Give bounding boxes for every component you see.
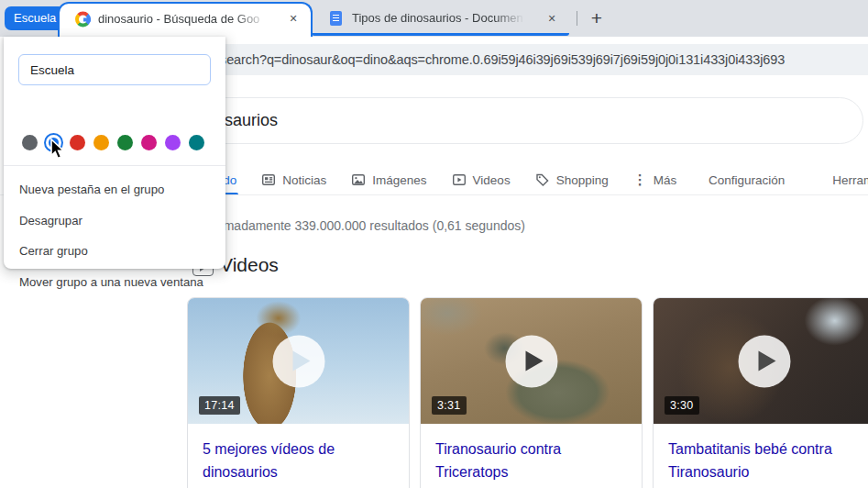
videos-section-heading: Videos <box>220 254 279 276</box>
group-name-input[interactable] <box>18 54 211 85</box>
mouse-cursor <box>48 139 65 160</box>
video-card[interactable]: 3:31 Tiranosaurio contra Triceratops <box>420 297 643 488</box>
color-option-pink[interactable] <box>139 133 159 152</box>
google-docs-icon <box>330 11 342 26</box>
nav-tab-shopping[interactable]: Shopping <box>535 169 609 191</box>
video-title-link[interactable]: Tiranosaurio contra Triceratops <box>421 424 642 483</box>
close-icon[interactable]: ✕ <box>544 10 560 27</box>
close-icon[interactable]: ✕ <box>285 10 302 27</box>
menu-item-desagrupar[interactable]: Desagrupar <box>4 205 225 237</box>
play-icon[interactable] <box>505 335 557 387</box>
play-triangle <box>525 350 543 371</box>
nav-label: Shopping <box>556 173 609 187</box>
tab-dinosaurio[interactable]: dinosaurio - Búsqueda de Goo ✕ <box>58 2 313 39</box>
nav-label: Más <box>654 173 677 187</box>
nav-label: Videos <box>473 173 511 187</box>
tab-group-menu: Nueva pestaña en el grupo Desagrupar Cer… <box>4 37 225 269</box>
google-g-icon <box>75 12 91 28</box>
news-icon <box>261 172 276 187</box>
video-icon <box>452 172 467 187</box>
video-thumbnail[interactable]: 17:14 <box>188 298 409 424</box>
color-option-red[interactable] <box>68 133 87 152</box>
color-option-purple[interactable] <box>163 133 182 152</box>
video-cards-row: 17:14 5 mejores vídeos de dinosaurios 3:… <box>187 297 868 488</box>
more-vert-icon: ⋮ <box>633 172 647 188</box>
color-option-green[interactable] <box>115 133 135 152</box>
new-tab-button[interactable]: + <box>585 6 609 30</box>
search-nav-right: Configuración Herramientas <box>709 169 868 191</box>
play-icon[interactable] <box>738 335 790 387</box>
omnibox[interactable]: search?q=dinosaur&oq=dino&aqs=chrome.0.6… <box>137 44 868 75</box>
nav-tab-noticias[interactable]: Noticias <box>261 169 326 191</box>
video-card[interactable]: 3:30 Tambatitanis bebé contra Tiranosaur… <box>653 297 868 488</box>
tab-tipos-de-dinosaurios[interactable]: Tipos de dinosaurios - Documen ✕ <box>315 0 569 37</box>
nav-label: Noticias <box>282 173 326 187</box>
nav-herramientas[interactable]: Herramientas <box>832 173 868 187</box>
play-triangle <box>292 350 310 371</box>
nav-tab-videos[interactable]: Videos <box>452 169 511 191</box>
video-thumbnail[interactable]: 3:30 <box>654 298 868 424</box>
search-nav: Todo Noticias Imágenes <box>210 169 676 191</box>
menu-divider <box>4 165 225 166</box>
tab-group-chip[interactable]: Escuela <box>5 6 65 30</box>
nav-tab-mas[interactable]: ⋮ Más <box>633 169 677 191</box>
tab-title: dinosaurio - Búsqueda de Goo <box>98 4 272 35</box>
search-box[interactable]: dinosaurios <box>165 97 863 144</box>
nav-label: Imágenes <box>372 173 426 187</box>
nav-tab-imagenes[interactable]: Imágenes <box>351 169 426 191</box>
color-option-orange[interactable] <box>92 133 111 152</box>
results-stats: Aproximadamente 339.000.000 resultados (… <box>187 218 525 233</box>
duration-badge: 3:30 <box>665 396 699 415</box>
video-card[interactable]: 17:14 5 mejores vídeos de dinosaurios <box>187 297 410 488</box>
duration-badge: 3:31 <box>432 396 467 415</box>
tab-strip: Escuela dinosaurio - Búsqueda de Goo ✕ T… <box>0 0 868 37</box>
tab-title: Tipos de dinosaurios - Documen <box>352 0 526 37</box>
url-text: search?q=dinosaur&oq=dino&aqs=chrome.0.6… <box>220 44 785 75</box>
video-title-link[interactable]: Tambatitanis bebé contra Tiranosaurio <box>654 424 868 483</box>
menu-item-cerrar-grupo[interactable]: Cerrar grupo <box>4 236 225 267</box>
tab-separator <box>577 11 577 26</box>
color-option-grey[interactable] <box>20 133 39 152</box>
image-icon <box>351 172 366 187</box>
menu-item-nueva-pestana[interactable]: Nueva pestaña en el grupo <box>4 174 225 205</box>
video-title-link[interactable]: 5 mejores vídeos de dinosaurios <box>188 424 409 483</box>
video-thumbnail[interactable]: 3:31 <box>421 298 642 424</box>
tag-icon <box>535 172 550 187</box>
play-triangle <box>758 350 775 371</box>
play-icon[interactable] <box>272 335 324 387</box>
color-option-teal[interactable] <box>187 133 206 152</box>
nav-configuracion[interactable]: Configuración <box>709 173 785 187</box>
duration-badge: 17:14 <box>199 396 240 415</box>
menu-item-mover-grupo[interactable]: Mover grupo a una nueva ventana <box>4 267 225 298</box>
